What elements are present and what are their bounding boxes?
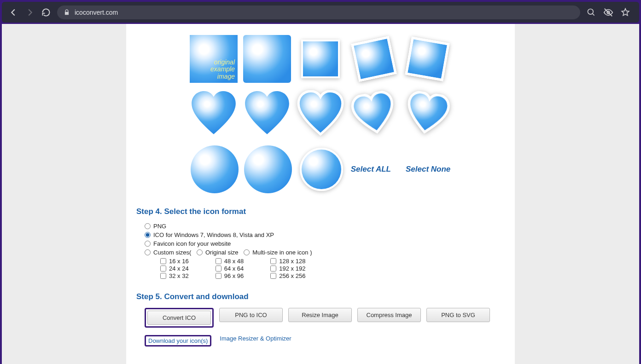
style-square-border[interactable] xyxy=(297,35,344,83)
style-square-rounded[interactable] xyxy=(243,35,291,83)
forward-icon[interactable] xyxy=(25,7,35,17)
radio-original-size[interactable] xyxy=(197,249,203,255)
cb-64[interactable] xyxy=(216,266,221,272)
reload-icon[interactable] xyxy=(41,8,51,17)
cb-16[interactable] xyxy=(160,258,166,264)
cb-96[interactable] xyxy=(216,273,221,279)
cb-24[interactable] xyxy=(160,266,166,272)
png-to-ico-button[interactable]: PNG to ICO xyxy=(219,308,283,322)
radio-favicon[interactable] xyxy=(145,241,151,247)
style-heart-2[interactable] xyxy=(243,90,291,138)
star-icon[interactable] xyxy=(621,7,630,17)
compress-image-button[interactable]: Compress Image xyxy=(357,308,421,322)
cb-32[interactable] xyxy=(160,273,166,279)
radio-ico[interactable] xyxy=(145,232,151,238)
png-to-svg-button[interactable]: PNG to SVG xyxy=(426,308,490,322)
format-options: PNG ICO for Windows 7, Windows 8, Vista … xyxy=(136,223,505,279)
download-highlight: Download your icon(s) xyxy=(145,335,211,347)
radio-multisize[interactable] xyxy=(244,249,250,255)
style-heart-rot-right[interactable] xyxy=(403,90,451,138)
step4-heading: Step 4. Select the icon format xyxy=(136,207,505,216)
download-link[interactable]: Download your icon(s) xyxy=(148,337,208,344)
back-icon[interactable] xyxy=(8,7,18,17)
style-circle[interactable] xyxy=(191,145,239,193)
browser-toolbar: icoconvert.com xyxy=(2,2,639,23)
select-all-link[interactable]: Select ALL xyxy=(351,165,391,174)
select-none-link[interactable]: Select None xyxy=(406,165,450,174)
style-grid: originalexampleimage xyxy=(136,24,505,194)
url-text: icoconvert.com xyxy=(75,9,118,16)
radio-custom[interactable] xyxy=(145,249,151,255)
convert-ico-button[interactable]: Convert ICO xyxy=(147,311,211,325)
cb-256[interactable] xyxy=(270,273,276,279)
style-square-rot-right[interactable] xyxy=(403,35,451,83)
step5-heading: Step 5. Convert and download xyxy=(136,292,505,301)
svg-point-0 xyxy=(588,9,594,14)
main-content: originalexampleimage xyxy=(126,24,515,364)
address-bar[interactable]: icoconvert.com xyxy=(57,6,580,19)
style-heart-rot-left[interactable] xyxy=(350,90,398,138)
lock-icon xyxy=(64,9,70,16)
resize-image-button[interactable]: Resize Image xyxy=(288,308,352,322)
cb-48[interactable] xyxy=(216,258,221,264)
cb-128[interactable] xyxy=(270,258,276,264)
style-circle-border[interactable] xyxy=(297,145,345,193)
incognito-icon[interactable] xyxy=(603,7,613,17)
style-heart-border[interactable] xyxy=(297,90,344,138)
cb-192[interactable] xyxy=(270,266,276,272)
style-original[interactable]: originalexampleimage xyxy=(190,35,238,83)
original-label: originalexampleimage xyxy=(210,59,235,80)
style-circle-2[interactable] xyxy=(244,145,292,193)
style-square-rot-left[interactable] xyxy=(350,35,398,83)
size-grid: 16 x 16 24 x 24 32 x 32 48 x 48 64 x 64 … xyxy=(145,258,505,279)
zoom-icon[interactable] xyxy=(587,7,596,17)
style-heart[interactable] xyxy=(190,90,238,138)
resizer-link[interactable]: Image Resizer & Optimizer xyxy=(220,335,291,347)
radio-png[interactable] xyxy=(145,223,151,229)
convert-highlight: Convert ICO xyxy=(145,308,214,328)
